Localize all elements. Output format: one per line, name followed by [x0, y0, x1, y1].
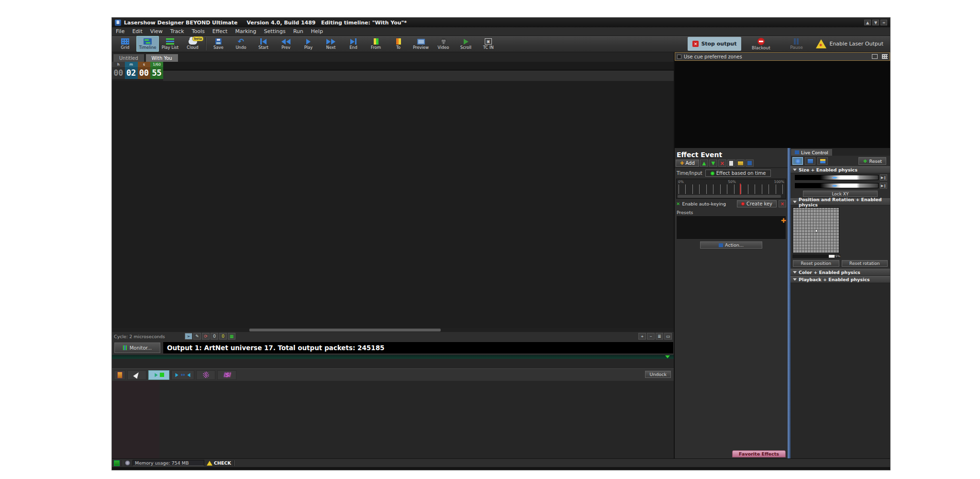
marker-a-button[interactable]: ⟳ [202, 333, 210, 340]
toolbar-grid-button[interactable]: Grid [114, 36, 136, 52]
menu-track[interactable]: Track [170, 28, 184, 34]
effect-time-ruler[interactable]: 0% 50% 100% [676, 179, 786, 199]
toolbar-from-button[interactable]: From [365, 36, 387, 52]
single-view-icon[interactable] [872, 54, 878, 59]
window-menu-button[interactable]: ≡ [880, 20, 887, 25]
move-up-button[interactable]: ▲ [700, 160, 708, 167]
autokey-label[interactable]: Enable auto-keying [682, 201, 735, 206]
menu-edit[interactable]: Edit [132, 28, 142, 34]
live-preview-button[interactable] [805, 157, 815, 165]
live-reset-button[interactable]: ❖ Reset [858, 157, 886, 165]
menu-run[interactable]: Run [293, 28, 303, 34]
blackout-button[interactable]: Blackout [745, 36, 777, 52]
toolbar-next-button[interactable]: Next [320, 36, 342, 52]
collapsed-panel-divider[interactable] [112, 355, 674, 359]
collapse-icon-4 [793, 278, 797, 281]
reset-rotation-button[interactable]: Reset rotation [842, 260, 888, 267]
pause-button[interactable]: Pause [780, 36, 812, 52]
size-y-slider[interactable]: ◄► [795, 183, 879, 188]
play-pause-mode-button[interactable]: ↔ [171, 370, 194, 380]
add-preset-icon[interactable]: ✚ [781, 217, 786, 224]
posrot-section-header[interactable]: Position and Rotation + Enabled physics [791, 198, 890, 205]
ruler-scrollbar[interactable] [678, 195, 781, 198]
toolbar-to-button[interactable]: To [387, 36, 410, 52]
color-section-header[interactable]: Color + Enabled physics [791, 269, 890, 276]
favorite-effects-tab[interactable]: Favorite Effects [732, 450, 786, 457]
live-globe-button[interactable] [792, 157, 803, 165]
grid-snap-button[interactable]: ▦ [228, 333, 235, 340]
grid-view-icon[interactable] [882, 54, 888, 59]
marker-0a-button[interactable]: 0 [211, 333, 218, 340]
timeline-tab-with-you[interactable]: With You [145, 54, 178, 62]
view-options-button[interactable]: ▭ [664, 333, 672, 340]
presets-box[interactable]: ✚ [676, 216, 786, 240]
marker-0b-button[interactable]: 0 [219, 333, 227, 340]
playback-section-header[interactable]: Playback + Enabled physics [791, 276, 890, 283]
new-effect-button[interactable] [727, 160, 735, 167]
open-effect-button[interactable] [736, 160, 745, 167]
window-up-button[interactable]: ▲ [864, 20, 871, 25]
menu-help[interactable]: Help [311, 28, 323, 34]
laser-preview-button[interactable]: ⦚S⦚ [217, 370, 236, 380]
monitor-button[interactable]: Monitor... [114, 342, 160, 353]
timeline-hscrollbar[interactable] [112, 328, 674, 332]
toolbar-end-button[interactable]: End [342, 36, 365, 52]
delete-effect-button[interactable]: × [718, 160, 726, 167]
save-effect-button[interactable] [746, 160, 754, 167]
toolbar-undo-button[interactable]: ↶Undo [230, 36, 252, 52]
toolbar-prev-button[interactable]: Prev [275, 36, 297, 52]
menu-tools[interactable]: Tools [192, 28, 205, 34]
menu-view[interactable]: View [150, 28, 163, 34]
toolbar-timeline-button[interactable]: Timeline [136, 36, 159, 52]
effect-burst-button[interactable] [196, 370, 215, 380]
window-down-button[interactable]: ▼ [872, 20, 879, 25]
live-layers-button[interactable] [817, 157, 828, 165]
enable-laser-output-button[interactable]: Enable Laser Output [816, 36, 883, 52]
delete-key-button[interactable]: × [779, 200, 786, 207]
add-effect-button[interactable]: ✚ Add [676, 160, 699, 167]
zoom-in-button[interactable]: ＋ [638, 333, 646, 340]
zoom-out-button[interactable]: － [647, 333, 655, 340]
toolbar-cloud-button[interactable]: betaCloud [181, 36, 204, 52]
effect-based-on-time-button[interactable]: Effect based on time [705, 170, 771, 177]
size-x-thumb[interactable]: ◄► [832, 175, 837, 180]
move-down-button[interactable]: ▼ [709, 160, 717, 167]
size-section-header[interactable]: Size + Enabled physics [791, 166, 890, 173]
track-list-button[interactable]: ≣ [656, 333, 663, 340]
workspace-palette-button[interactable] [114, 370, 125, 380]
select-tool-button[interactable]: ➢ [185, 333, 192, 340]
menu-marking[interactable]: Marking [235, 28, 256, 34]
toolbar-start-button[interactable]: Start [252, 36, 275, 52]
use-cue-zones-checkbox[interactable] [677, 55, 681, 59]
menu-settings[interactable]: Settings [264, 28, 286, 34]
size-x-end-button[interactable]: ▶❙ [880, 174, 887, 181]
action-button[interactable]: Action... [700, 241, 762, 249]
undock-button[interactable]: Undock [645, 371, 671, 378]
reset-position-button[interactable]: Reset position [793, 260, 839, 267]
menu-file[interactable]: File [116, 28, 124, 34]
stop-output-button[interactable]: ✕ Stop output [688, 37, 741, 51]
check-warning[interactable]: CHECK [207, 460, 231, 466]
toolbar-save-button[interactable]: Save [207, 36, 230, 52]
toolbar-tc-in-button[interactable]: ▣TC IN [477, 36, 500, 52]
position-pad-slider[interactable]: 25% [792, 254, 840, 258]
toolbar-video-button[interactable]: Video [432, 36, 455, 52]
size-x-slider[interactable]: ◄► [795, 175, 879, 180]
lock-xy-button[interactable]: Lock XY [803, 191, 878, 197]
menu-effect[interactable]: Effect [212, 28, 228, 34]
timeline-tab-untitled[interactable]: Untitled [113, 54, 145, 62]
create-key-button[interactable]: Create key [737, 200, 777, 207]
timeline-ruler[interactable] [163, 62, 674, 81]
size-y-end-button[interactable]: ▶❙ [880, 182, 887, 189]
toolbar-play-list-button[interactable]: Play List [159, 36, 181, 52]
live-control-tab[interactable]: Live Control [791, 148, 833, 156]
size-y-thumb[interactable]: ◄► [832, 183, 837, 188]
draw-tool-button[interactable]: ✎ [193, 333, 201, 340]
toolbar-preview-button[interactable]: Preview [410, 36, 432, 52]
position-pad[interactable] [792, 207, 839, 253]
workspace-cursor-button[interactable] [127, 370, 146, 380]
hscrollbar-thumb[interactable] [249, 329, 441, 331]
play-stop-mode-button[interactable] [148, 370, 169, 380]
toolbar-play-button[interactable]: Play [297, 36, 320, 52]
toolbar-scroll-button[interactable]: Scroll [455, 36, 477, 52]
